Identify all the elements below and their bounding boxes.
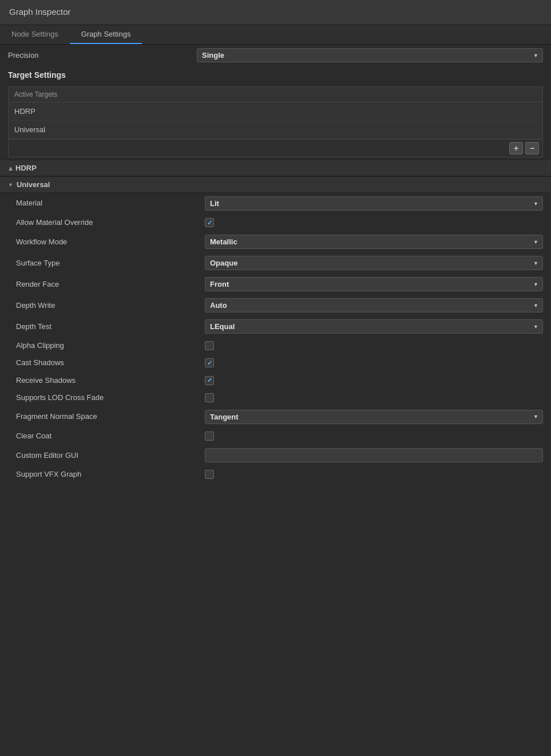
material-value: Lit Unlit SpeedTree — [205, 196, 543, 211]
clear-coat-value — [205, 432, 543, 441]
surface-type-value: Opaque Transparent — [205, 256, 543, 270]
fragment-normal-space-dropdown-wrapper: Tangent World Object — [205, 410, 543, 424]
alpha-clipping-value — [205, 341, 543, 350]
depth-test-dropdown-wrapper: LEqual Equal GEqual Greater Less NotEqua… — [205, 319, 543, 334]
supports-lod-row: Supports LOD Cross Fade — [0, 389, 551, 406]
support-vfx-graph-row: Support VFX Graph — [0, 466, 551, 483]
workflow-mode-dropdown[interactable]: Metallic Specular — [205, 235, 543, 249]
active-targets-footer: + − — [9, 139, 542, 157]
precision-value: Single Inherit Half — [197, 48, 543, 62]
depth-test-dropdown[interactable]: LEqual Equal GEqual Greater Less NotEqua… — [205, 319, 543, 334]
active-targets-list: Active Targets HDRP Universal + − — [8, 86, 543, 157]
depth-write-label: Depth Write — [16, 300, 205, 311]
universal-arrow-icon: ▼ — [8, 182, 13, 188]
precision-dropdown-wrapper: Single Inherit Half — [197, 48, 543, 62]
render-face-dropdown-wrapper: Front Back Both — [205, 277, 543, 291]
fragment-normal-space-row: Fragment Normal Space Tangent World Obje… — [0, 406, 551, 428]
target-item-hdrp[interactable]: HDRP — [9, 102, 542, 121]
workflow-mode-value: Metallic Specular — [205, 235, 543, 249]
render-face-row: Render Face Front Back Both — [0, 274, 551, 295]
universal-settings-content: Material Lit Unlit SpeedTree Allow Mater… — [0, 193, 551, 483]
allow-material-override-row: Allow Material Override — [0, 214, 551, 231]
cast-shadows-value — [205, 358, 543, 367]
support-vfx-graph-checkbox[interactable] — [205, 470, 214, 479]
supports-lod-label: Supports LOD Cross Fade — [16, 393, 205, 403]
surface-type-label: Surface Type — [16, 258, 205, 268]
render-face-label: Render Face — [16, 279, 205, 290]
universal-section-title: Universal — [17, 180, 50, 189]
cast-shadows-row: Cast Shadows — [0, 354, 551, 371]
surface-type-dropdown[interactable]: Opaque Transparent — [205, 256, 543, 270]
active-targets-header: Active Targets — [9, 87, 542, 102]
precision-label: Precision — [8, 51, 197, 60]
supports-lod-value — [205, 393, 543, 402]
material-row: Material Lit Unlit SpeedTree — [0, 193, 551, 214]
render-face-dropdown[interactable]: Front Back Both — [205, 277, 543, 291]
allow-material-override-value — [205, 218, 543, 227]
precision-row: Precision Single Inherit Half — [0, 45, 551, 66]
fragment-normal-space-dropdown[interactable]: Tangent World Object — [205, 410, 543, 424]
receive-shadows-row: Receive Shadows — [0, 372, 551, 389]
fragment-normal-space-value: Tangent World Object — [205, 410, 543, 424]
receive-shadows-value — [205, 376, 543, 385]
graph-inspector-panel: Graph Inspector Node Settings Graph Sett… — [0, 0, 551, 483]
depth-write-dropdown-wrapper: Auto On Off — [205, 298, 543, 312]
add-target-button[interactable]: + — [509, 142, 523, 155]
render-face-value: Front Back Both — [205, 277, 543, 291]
material-label: Material — [16, 198, 205, 208]
depth-write-value: Auto On Off — [205, 298, 543, 312]
receive-shadows-checkbox[interactable] — [205, 376, 214, 385]
workflow-mode-dropdown-wrapper: Metallic Specular — [205, 235, 543, 249]
depth-test-row: Depth Test LEqual Equal GEqual Greater L… — [0, 316, 551, 337]
custom-editor-gui-input[interactable] — [205, 448, 543, 462]
tab-bar: Node Settings Graph Settings — [0, 25, 551, 45]
material-dropdown-wrapper: Lit Unlit SpeedTree — [205, 196, 543, 211]
alpha-clipping-row: Alpha Clipping — [0, 337, 551, 354]
depth-test-label: Depth Test — [16, 322, 205, 332]
receive-shadows-label: Receive Shadows — [16, 375, 205, 386]
fragment-normal-space-label: Fragment Normal Space — [16, 411, 205, 422]
allow-material-override-label: Allow Material Override — [16, 217, 205, 228]
allow-material-override-checkbox[interactable] — [205, 218, 214, 227]
surface-type-row: Surface Type Opaque Transparent — [0, 252, 551, 274]
clear-coat-row: Clear Coat — [0, 428, 551, 445]
hdrp-section-header[interactable]: ▶ HDRP — [0, 160, 551, 176]
workflow-mode-row: Workflow Mode Metallic Specular — [0, 231, 551, 252]
remove-target-button[interactable]: − — [525, 142, 539, 155]
hdrp-section-title: HDRP — [15, 164, 37, 172]
tab-node-settings[interactable]: Node Settings — [0, 25, 70, 44]
surface-type-dropdown-wrapper: Opaque Transparent — [205, 256, 543, 270]
target-settings-label: Target Settings — [8, 70, 543, 80]
support-vfx-graph-value — [205, 470, 543, 479]
clear-coat-checkbox[interactable] — [205, 432, 214, 441]
tab-graph-settings[interactable]: Graph Settings — [70, 25, 142, 44]
cast-shadows-label: Cast Shadows — [16, 358, 205, 368]
custom-editor-gui-value — [205, 448, 543, 462]
hdrp-arrow-icon: ▶ — [7, 166, 13, 170]
supports-lod-checkbox[interactable] — [205, 393, 214, 402]
cast-shadows-checkbox[interactable] — [205, 358, 214, 367]
depth-test-value: LEqual Equal GEqual Greater Less NotEqua… — [205, 319, 543, 334]
universal-section-header[interactable]: ▼ Universal — [0, 176, 551, 193]
panel-title: Graph Inspector — [9, 7, 71, 17]
content-area: Precision Single Inherit Half Target Set… — [0, 45, 551, 483]
target-item-universal[interactable]: Universal — [9, 121, 542, 139]
material-dropdown[interactable]: Lit Unlit SpeedTree — [205, 196, 543, 211]
depth-write-row: Depth Write Auto On Off — [0, 295, 551, 316]
panel-header: Graph Inspector — [0, 0, 551, 25]
alpha-clipping-label: Alpha Clipping — [16, 341, 205, 351]
depth-write-dropdown[interactable]: Auto On Off — [205, 298, 543, 312]
workflow-mode-label: Workflow Mode — [16, 237, 205, 247]
alpha-clipping-checkbox[interactable] — [205, 341, 214, 350]
clear-coat-label: Clear Coat — [16, 431, 205, 441]
custom-editor-gui-label: Custom Editor GUI — [16, 450, 205, 461]
custom-editor-gui-row: Custom Editor GUI — [0, 445, 551, 466]
support-vfx-graph-label: Support VFX Graph — [16, 469, 205, 480]
target-settings-section: Target Settings — [0, 66, 551, 84]
precision-dropdown[interactable]: Single Inherit Half — [197, 48, 543, 62]
